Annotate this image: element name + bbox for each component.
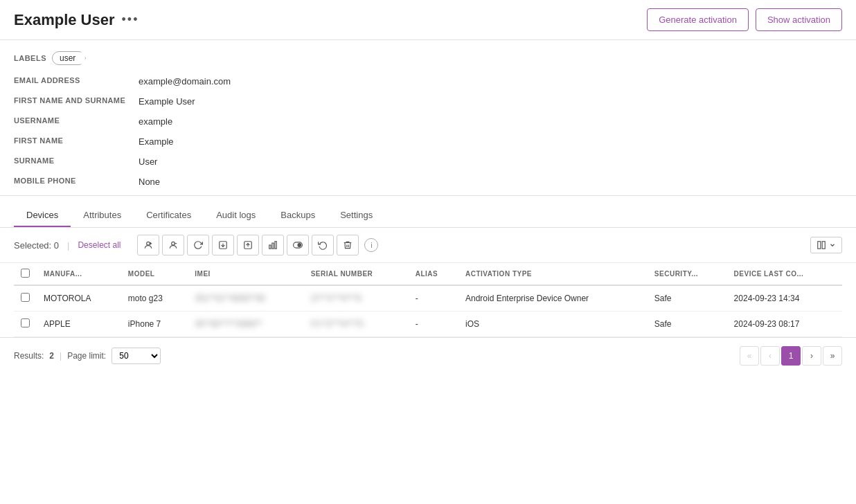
field-value: Example [139,134,429,150]
selected-count-label: Selected: 0 [14,240,59,251]
cell-serial_number: F1**Z***H**75 [304,312,409,337]
table-header-row: MANUFA...MODELIMEISERIAL NUMBERALIASACTI… [14,263,842,285]
results-info: Results: 2 | Page limit: 102550100 [14,348,161,364]
devices-table: MANUFA...MODELIMEISERIAL NUMBERALIASACTI… [14,263,842,337]
bar-chart-icon[interactable] [262,235,284,255]
cell-manufacturer: MOTOROLA [37,285,121,312]
more-options-icon[interactable]: ••• [122,12,139,27]
col-header-security: SECURITY... [648,263,727,285]
toolbar-left: Selected: 0 | Deselect all [14,235,378,255]
cell-serial_number: ZY**2***0***8 [304,285,409,312]
title-area: Example User ••• [14,11,139,29]
tabs-area: DevicesAttributesCertificatesAudit logsB… [0,196,856,228]
upload-icon[interactable] [237,235,259,255]
select-all-header [14,263,37,285]
page-limit-select[interactable]: 102550100 [112,348,161,364]
page-header: Example User ••• Generate activation Sho… [0,0,856,40]
current-page-button[interactable]: 1 [781,346,801,366]
tabs: DevicesAttributesCertificatesAudit logsB… [14,204,842,227]
svg-rect-10 [272,243,274,249]
cell-alias: - [409,285,458,312]
info-icon[interactable]: i [364,238,378,252]
sync-icon[interactable] [187,235,209,255]
header-actions: Generate activation Show activation [647,8,842,31]
svg-rect-15 [822,242,825,249]
user-label-tag: user [52,51,86,65]
table-row: MOTOROLAmoto g23351**01**0000**00ZY**2**… [14,285,842,312]
field-label: MOBILE PHONE [14,174,139,190]
svg-rect-11 [275,242,276,249]
field-value: example [139,114,429,129]
generate-activation-button[interactable]: Generate activation [647,8,749,31]
selected-count-value: 0 [54,240,59,251]
svg-rect-14 [818,242,821,249]
refresh-icon[interactable] [312,235,334,255]
user-info-section: LABELS user EMAIL ADDRESSexample@domain.… [0,40,856,196]
download-icon[interactable] [212,235,234,255]
col-header-alias: ALIAS [409,263,458,285]
cell-security: Safe [648,285,727,312]
row-checkbox-cell [14,285,37,312]
tab-settings[interactable]: Settings [328,204,385,227]
tab-backups[interactable]: Backups [268,204,328,227]
cell-device_last_contact: 2024-09-23 08:17 [727,312,842,337]
svg-point-0 [147,242,150,245]
field-label: EMAIL ADDRESS [14,73,139,89]
prev-page-button[interactable]: ‹ [760,346,780,366]
cell-imei: 351**01**0000**00 [188,285,303,312]
tab-devices[interactable]: Devices [14,204,71,227]
cell-device_last_contact: 2024-09-23 14:34 [727,285,842,312]
results-label: Results: [14,351,44,361]
show-activation-button[interactable]: Show activation [756,8,842,31]
columns-toggle-button[interactable] [810,237,842,253]
toolbar-right [810,237,842,253]
pagination-controls: « ‹ 1 › » [740,346,842,366]
col-header-manufacturer: MANUFA... [37,263,121,285]
field-value: None [139,174,429,190]
devices-toolbar: Selected: 0 | Deselect all [0,228,856,263]
table-body: MOTOROLAmoto g23351**01**0000**00ZY**2**… [14,285,842,337]
svg-point-3 [172,242,175,245]
page-title: Example User [14,11,115,29]
field-value: User [139,154,429,170]
devices-table-container: MANUFA...MODELIMEISERIAL NUMBERALIASACTI… [0,263,856,337]
field-label: FIRST NAME [14,134,139,150]
tab-certificates[interactable]: Certificates [134,204,204,227]
select-all-checkbox[interactable] [21,269,30,278]
svg-rect-9 [269,245,271,249]
svg-point-13 [298,244,301,247]
toggle-icon[interactable] [287,235,309,255]
row-select-checkbox[interactable] [21,318,30,327]
add-user-device-icon[interactable] [137,235,159,255]
user-info-grid: EMAIL ADDRESSexample@domain.comFIRST NAM… [14,73,429,190]
table-row: APPLEiPhone 735**00**7**0000**F1**Z***H*… [14,312,842,337]
field-label: FIRST NAME AND SURNAME [14,93,139,109]
toolbar-icons: i [137,235,378,255]
tab-attributes[interactable]: Attributes [71,204,134,227]
page-limit-label: Page limit: [67,351,106,361]
remove-user-icon[interactable] [162,235,184,255]
next-page-button[interactable]: › [802,346,821,366]
cell-security: Safe [648,312,727,337]
cell-activation_type: iOS [458,312,648,337]
col-header-device_last_contact: DEVICE LAST CO... [727,263,842,285]
labels-row: LABELS user [14,51,842,65]
field-label: SURNAME [14,154,139,170]
labels-title: LABELS [14,54,46,62]
cell-activation_type: Android Enterprise Device Owner [458,285,648,312]
last-page-button[interactable]: » [823,346,842,366]
row-select-checkbox[interactable] [21,293,30,302]
col-header-model: MODEL [121,263,188,285]
field-value: example@domain.com [139,73,429,89]
first-page-button[interactable]: « [740,346,759,366]
col-header-serial_number: SERIAL NUMBER [304,263,409,285]
cell-alias: - [409,312,458,337]
deselect-all-button[interactable]: Deselect all [78,240,121,250]
tab-audit-logs[interactable]: Audit logs [204,204,268,227]
delete-icon[interactable] [337,235,359,255]
selected-label: Selected: [14,240,51,251]
cell-manufacturer: APPLE [37,312,121,337]
col-header-imei: IMEI [188,263,303,285]
col-header-activation_type: ACTIVATION TYPE [458,263,648,285]
field-value: Example User [139,93,429,109]
